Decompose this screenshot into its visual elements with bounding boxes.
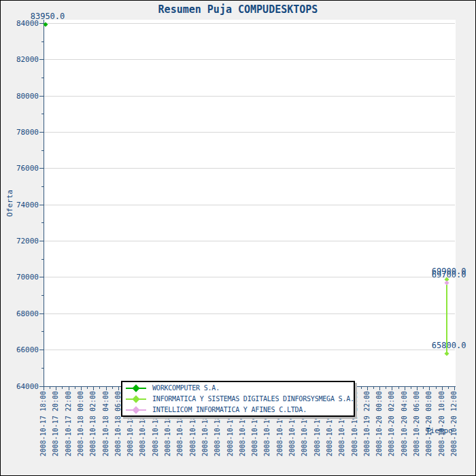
x-tick-mark xyxy=(93,387,94,390)
gridline xyxy=(44,277,455,277)
y-tick-mark xyxy=(39,241,44,241)
legend-label: INTELLICOM INFORMATICA Y AFINES C.LTDA. xyxy=(152,406,307,413)
x-tick-label: 2008-10-20 10:00 xyxy=(438,391,445,456)
x-minor-tick-mark xyxy=(361,387,362,389)
gridline xyxy=(44,205,455,205)
x-tick-label: 2008-10-20 08:00 xyxy=(425,391,432,456)
series-diamond-icon xyxy=(126,384,146,392)
y-tick-mark xyxy=(39,59,44,60)
y-tick-mark xyxy=(41,186,44,187)
x-tick-mark xyxy=(367,387,368,390)
y-tick-label: 72000 xyxy=(9,237,39,245)
x-tick-label: 2008-10-18 04:00 xyxy=(102,391,109,456)
x-tick-mark xyxy=(442,387,443,390)
gridline xyxy=(44,350,455,350)
y-tick-mark xyxy=(41,368,44,369)
y-tick-label: 64000 xyxy=(9,382,39,391)
x-tick-label: 2008-10-20 04:00 xyxy=(401,391,408,456)
data-point-label: 83950.0 xyxy=(27,12,68,20)
legend-item-intellicom: INTELLICOM INFORMATICA Y AFINES C.LTDA. xyxy=(122,405,354,415)
gridline xyxy=(44,59,455,60)
x-minor-tick-mark xyxy=(50,387,50,389)
x-tick-label: 2008-10-18 02:00 xyxy=(89,391,97,456)
y-tick-mark xyxy=(41,114,44,114)
x-tick-label: 2008-10-17 18:00 xyxy=(39,391,47,456)
x-minor-tick-mark xyxy=(87,387,88,389)
gridline xyxy=(44,132,455,133)
y-tick-mark xyxy=(39,96,44,97)
plot-area xyxy=(44,20,456,387)
x-minor-tick-mark xyxy=(448,387,449,389)
x-minor-tick-mark xyxy=(373,387,374,389)
y-tick-mark xyxy=(41,331,44,332)
legend: WORKCOMPUTER S.A. INFORMATICA Y SISTEMAS… xyxy=(121,381,355,417)
y-tick-mark xyxy=(39,313,44,314)
x-tick-label: 2008-10-20 12:00 xyxy=(450,391,458,456)
x-minor-tick-mark xyxy=(112,387,113,389)
x-minor-tick-mark xyxy=(436,387,437,389)
y-tick-label: 74000 xyxy=(9,201,39,209)
y-tick-mark xyxy=(41,259,44,260)
series-line xyxy=(446,279,447,354)
y-tick-label: 68000 xyxy=(9,309,39,318)
x-tick-mark xyxy=(69,387,69,390)
legend-label: INFORMATICA Y SISTEMAS DIGITALES DINFORS… xyxy=(152,395,354,403)
y-tick-mark xyxy=(41,41,44,42)
x-axis-title: Tiempo xyxy=(426,427,453,435)
chart-title: Resumen Puja COMPUDESKTOPS xyxy=(1,4,475,15)
gridline xyxy=(44,313,455,314)
x-minor-tick-mark xyxy=(99,387,100,389)
x-tick-mark xyxy=(118,387,119,390)
y-tick-mark xyxy=(41,222,44,223)
y-tick-mark xyxy=(41,295,44,296)
x-tick-mark xyxy=(454,387,455,390)
series-diamond-icon xyxy=(126,395,146,403)
x-minor-tick-mark xyxy=(423,387,424,389)
y-tick-mark xyxy=(39,277,44,277)
x-minor-tick-mark xyxy=(386,387,386,389)
y-tick-label: 66000 xyxy=(9,345,39,354)
x-tick-mark xyxy=(429,387,430,390)
y-tick-label: 70000 xyxy=(9,273,39,282)
y-tick-mark xyxy=(39,132,44,133)
y-tick-label: 82000 xyxy=(9,55,39,64)
y-tick-mark xyxy=(39,168,44,169)
x-tick-mark xyxy=(106,387,107,390)
x-tick-mark xyxy=(44,387,44,390)
data-point-label: 69700.0 xyxy=(428,271,469,279)
x-minor-tick-mark xyxy=(398,387,399,389)
x-tick-label: 2008-10-20 00:00 xyxy=(375,391,383,456)
x-tick-mark xyxy=(56,387,56,390)
y-tick-mark xyxy=(39,205,44,205)
y-tick-label: 80000 xyxy=(9,92,39,101)
x-minor-tick-mark xyxy=(62,387,63,389)
y-tick-label: 78000 xyxy=(9,128,39,137)
x-tick-mark xyxy=(81,387,82,390)
x-minor-tick-mark xyxy=(75,387,75,389)
x-tick-label: 2008-10-20 06:00 xyxy=(413,391,420,456)
series-diamond-icon xyxy=(126,406,146,414)
gridline xyxy=(44,96,455,97)
legend-item-informatica: INFORMATICA Y SISTEMAS DIGITALES DINFORS… xyxy=(122,394,354,404)
x-tick-label: 2008-10-17 20:00 xyxy=(52,391,59,456)
x-tick-mark xyxy=(379,387,380,390)
legend-item-workcomputer: WORKCOMPUTER S.A. xyxy=(122,383,354,393)
x-tick-mark xyxy=(392,387,392,390)
x-tick-label: 2008-10-19 22:00 xyxy=(363,391,371,456)
gridline xyxy=(44,241,455,241)
legend-label: WORKCOMPUTER S.A. xyxy=(152,384,220,392)
x-tick-mark xyxy=(417,387,418,390)
y-tick-mark xyxy=(39,350,44,350)
x-minor-tick-mark xyxy=(411,387,411,389)
x-tick-label: 2008-10-18 00:00 xyxy=(77,391,84,456)
x-tick-label: 2008-10-17 22:00 xyxy=(65,391,72,456)
x-tick-label: 2008-10-20 02:00 xyxy=(388,391,395,456)
y-tick-label: 76000 xyxy=(9,164,39,173)
x-tick-mark xyxy=(405,387,405,390)
bid-summary-chart: Resumen Puja COMPUDESKTOPS Oferta Tiempo… xyxy=(0,0,476,476)
gridline xyxy=(44,23,455,24)
y-tick-mark xyxy=(41,78,44,78)
gridline xyxy=(44,168,455,169)
y-tick-mark xyxy=(41,150,44,151)
data-point-label: 65800.0 xyxy=(428,341,469,350)
